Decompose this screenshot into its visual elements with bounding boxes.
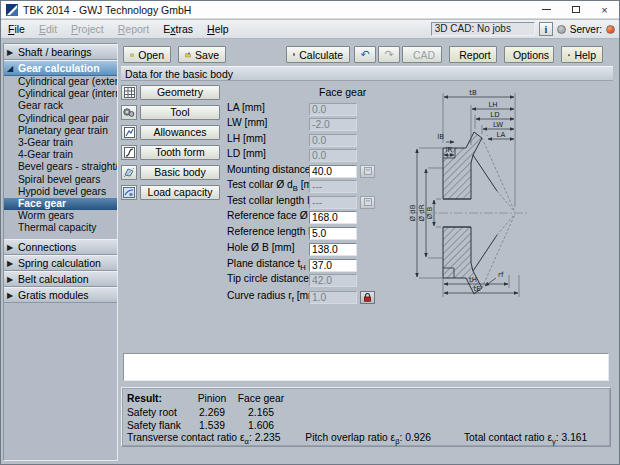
info-button[interactable]: i [539, 22, 553, 36]
mounting-distance-calc-button [360, 165, 375, 178]
sidebar-item-spiral-bevel-gears[interactable]: Spiral bevel gears [4, 174, 117, 186]
sidebar-item-cylindrical-gear-pair[interactable]: Cylindrical gear pair [4, 113, 117, 125]
reference-face-field[interactable] [309, 211, 357, 224]
options-button[interactable]: Options [504, 46, 554, 63]
sidebar-item-bevel-gears[interactable]: Bevel gears - straight/helical [4, 161, 117, 173]
sidebar-item-planetary-gear-train[interactable]: Planetary gear train [4, 125, 117, 137]
lock-icon [363, 293, 372, 302]
result-row-safety-root: Safety root 2.269 2.165 [127, 407, 287, 418]
chevron-right-icon: ▶ [7, 240, 13, 255]
pitch-overlap-ratio: Pitch overlap ratio εβ: 0.926 [305, 432, 431, 446]
save-button[interactable]: Save [178, 46, 226, 63]
app-window: TBK 2014 - GWJ Technology GmbH × File Ed… [0, 0, 620, 465]
load-capacity-icon [121, 185, 137, 200]
dim-label-d-r: Ø dR [418, 204, 426, 221]
lh-field [309, 134, 357, 147]
nav-tooth-form-button[interactable]: Tooth form [140, 145, 220, 160]
dim-label-ld: LD [490, 111, 499, 119]
sidebar-item-hypoid-bevel-gears[interactable]: Hypoid bevel gears [4, 186, 117, 198]
open-button[interactable]: Open [123, 46, 171, 63]
nav-geometry-button[interactable]: Geometry [140, 85, 220, 100]
result-col-face-gear: Face gear [235, 393, 287, 404]
help-button[interactable]: Help [561, 46, 603, 63]
app-logo-icon [6, 4, 18, 16]
nav-tool-button[interactable]: Tool [140, 105, 220, 120]
sidebar-item-cylindrical-gear-internal[interactable]: Cylindrical gear (internal) [4, 88, 117, 100]
cad-button: CAD [402, 46, 442, 63]
menu-extras[interactable]: Extras [156, 21, 200, 37]
menu-edit: Edit [32, 21, 64, 37]
window-title: TBK 2014 - GWJ Technology GmbH [23, 4, 191, 16]
redo-button: ↷ [378, 46, 400, 63]
field-row-hole: Hole Ø B [mm] [227, 243, 357, 257]
sidebar-item-4-gear-train[interactable]: 4-Gear train [4, 149, 117, 161]
minimize-button[interactable] [532, 1, 561, 19]
plane-distance-field[interactable] [309, 259, 357, 272]
open-folder-icon [130, 50, 134, 60]
curve-radius-lock-button[interactable] [360, 291, 375, 304]
maximize-button[interactable] [561, 1, 590, 19]
chevron-right-icon: ▶ [7, 256, 13, 271]
menu-report: Report [111, 21, 157, 37]
mounting-distance-field[interactable] [309, 165, 357, 178]
la-field [309, 103, 357, 116]
field-row-test-collar-length: Test collar length lB [mm] [227, 195, 375, 209]
lw-field [309, 118, 357, 131]
dim-label-tb: tB [469, 89, 477, 97]
hole-diameter-field[interactable] [309, 243, 357, 256]
sidebar-section-spring-calculation[interactable]: ▶Spring calculation [4, 255, 117, 271]
tool-icon [121, 105, 137, 120]
transverse-contact-ratio: Transverse contact ratio εα: 2.235 [127, 432, 280, 446]
chevron-right-icon: ▶ [7, 45, 13, 60]
sidebar-item-gear-rack[interactable]: Gear rack [4, 100, 117, 112]
face-gear-drawing: tB LH LD LW LA lB lR Ø dB Ø dR Ø B tH tE… [399, 85, 611, 313]
calculate-button[interactable]: Calculate [286, 46, 350, 63]
section-header: Data for the basic body [121, 66, 613, 81]
field-row-test-collar-diameter: Test collar Ø dB [mm] [227, 180, 357, 194]
field-row-ld: LD [mm] [227, 149, 357, 163]
dim-label-rf: rf [498, 271, 504, 279]
result-row-safety-flank: Safety flank 1.539 1.606 [127, 420, 287, 431]
sidebar-section-shaft-bearings[interactable]: ▶Shaft / bearings [4, 44, 117, 60]
geometry-icon [121, 85, 137, 100]
sidebar-item-face-gear[interactable]: Face gear [4, 198, 117, 210]
test-collar-length-field [309, 196, 357, 209]
field-row-plane-distance: Plane distance tH [mm] [227, 258, 357, 272]
sidebar-item-worm-gears[interactable]: Worm gears [4, 210, 117, 222]
chevron-expanded-icon: ◢ [7, 61, 13, 76]
dim-label-lr: lR [446, 146, 453, 154]
sidebar-section-belt-calculation[interactable]: ▶Belt calculation [4, 271, 117, 287]
menu-file[interactable]: File [1, 21, 32, 37]
sidebar-section-gratis-modules[interactable]: ▶Gratis modules [4, 287, 117, 303]
close-button[interactable]: × [590, 1, 619, 19]
field-row-tip-circle-distance: Tip circle distance tE [mm] [227, 274, 357, 288]
sidebar-section-connections[interactable]: ▶Connections [4, 239, 117, 255]
dim-label-d-b: Ø dB [409, 204, 417, 221]
reference-length-field[interactable] [309, 227, 357, 240]
redo-icon: ↷ [384, 49, 393, 60]
report-button[interactable]: Report [449, 46, 497, 63]
menu-help[interactable]: Help [200, 21, 236, 37]
help-book-icon [568, 50, 570, 60]
result-title: Result: [127, 393, 189, 404]
dim-label-lb: lB [437, 133, 444, 141]
title-bar: TBK 2014 - GWJ Technology GmbH × [1, 1, 619, 19]
nav-load-capacity-button[interactable]: Load capacity [140, 185, 220, 200]
sidebar-item-thermal-capacity[interactable]: Thermal capacity [4, 222, 117, 234]
sidebar-section-gear-calculation[interactable]: ◢Gear calculation [4, 60, 117, 76]
sidebar-item-cylindrical-gear-external[interactable]: Cylindrical gear (external) [4, 76, 117, 88]
undo-button[interactable]: ↶ [354, 46, 376, 63]
dim-label-b: Ø B [426, 207, 434, 220]
dim-label-th: tH [469, 276, 477, 284]
result-panel: Result: Pinion Face gear Safety root 2.2… [121, 387, 611, 447]
result-col-pinion: Pinion [189, 393, 235, 404]
message-area [123, 353, 609, 381]
sidebar-item-3-gear-train[interactable]: 3-Gear train [4, 137, 117, 149]
cad-status-led [557, 25, 566, 34]
field-row-curve-radius: Curve radius rf [mm] [227, 290, 375, 304]
total-contact-ratio: Total contact ratio εγ: 3.161 [464, 432, 587, 446]
basic-body-icon [121, 165, 137, 180]
content-area: Open Save Calculate ↶ ↷ CAD [121, 39, 613, 465]
nav-allowances-button[interactable]: Allowances [140, 125, 220, 140]
nav-basic-body-button[interactable]: Basic body [140, 165, 220, 180]
